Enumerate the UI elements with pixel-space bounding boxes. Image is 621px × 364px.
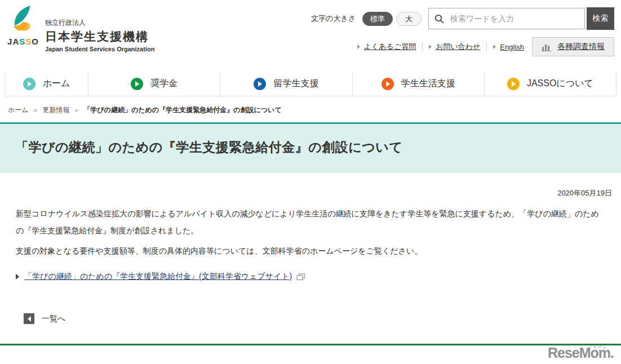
title-banner: 「学びの継続」のための『学生支援緊急給付金』の創設について xyxy=(0,122,621,173)
arrow-right-icon xyxy=(429,45,432,49)
main-nav: ホーム 奨学金 留学生支援 学生生活支援 JASSOについて xyxy=(5,72,616,96)
paragraph: 新型コロナウイルス感染症拡大の影響によるアルバイト収入の減少などにより学生生活の… xyxy=(16,205,605,239)
mext-external-link[interactable]: 「学びの継続」のための『学生支援緊急給付金』(文部科学省ウェブサイト) xyxy=(24,272,292,282)
play-circle-icon xyxy=(131,78,143,90)
back-button[interactable] xyxy=(24,313,34,324)
back-to-list-link[interactable]: 一覧へ xyxy=(42,314,65,324)
resemom-kana-label: リセマム xyxy=(588,344,607,350)
arrow-right-icon xyxy=(493,45,496,49)
org-name: 日本学生支援機構 xyxy=(45,29,154,45)
divider xyxy=(422,43,423,51)
back-link-row: 一覧へ xyxy=(24,313,605,324)
external-window-icon xyxy=(296,273,305,281)
publish-date: 2020年05月19日 xyxy=(0,173,621,202)
breadcrumb-separator: ＞ xyxy=(74,106,80,114)
arrow-right-icon xyxy=(16,274,19,279)
jasso-leaf-logo-icon xyxy=(10,5,36,36)
bar-chart-icon xyxy=(542,43,552,51)
english-link[interactable]: English xyxy=(493,43,524,51)
jasso-logo[interactable]: JASSO 独立行政法人 日本学生支援機構 Japan Student Serv… xyxy=(6,5,154,52)
breadcrumb-home[interactable]: ホーム xyxy=(8,105,29,115)
play-circle-icon xyxy=(382,78,394,90)
divider xyxy=(486,43,487,51)
org-name-english: Japan Student Services Organization xyxy=(45,46,154,52)
nav-item-student-life[interactable]: 学生生活支援 xyxy=(352,72,484,96)
nav-item-about-jasso[interactable]: JASSOについて xyxy=(484,72,616,96)
search-input[interactable] xyxy=(449,14,579,24)
page-title: 「学びの継続」のための『学生支援緊急給付金』の創設について xyxy=(15,139,606,156)
contact-link[interactable]: お問い合わせ xyxy=(429,42,480,52)
nav-item-home[interactable]: ホーム xyxy=(5,72,88,96)
breadcrumb-current-page: 「学びの継続」のための『学生支援緊急給付金』の創設について xyxy=(84,105,282,115)
survey-info-button[interactable]: 各種調査情報 xyxy=(532,37,614,56)
site-header: JASSO 独立行政法人 日本学生支援機構 Japan Student Serv… xyxy=(0,0,621,72)
search-button[interactable]: 検索 xyxy=(587,7,614,30)
breadcrumb-news[interactable]: 更新情報 xyxy=(43,105,70,115)
play-circle-icon xyxy=(254,78,266,90)
org-type-label: 独立行政法人 xyxy=(45,18,154,28)
footer-divider xyxy=(0,344,621,345)
nav-item-international-students[interactable]: 留学生支援 xyxy=(220,72,352,96)
paragraph: 支援の対象となる要件や支援額等、制度の具体的内容等については、文部科学省のホーム… xyxy=(16,242,605,259)
search-box[interactable] xyxy=(428,8,585,29)
text-size-label: 文字の大きさ xyxy=(311,14,356,24)
resemom-logo: リセマム ReseMom. xyxy=(548,344,614,361)
text-size-large-button[interactable]: 大 xyxy=(396,12,422,26)
text-size-standard-button[interactable]: 標準 xyxy=(362,12,393,26)
nav-item-scholarship[interactable]: 奨学金 xyxy=(88,72,220,96)
arrow-right-icon xyxy=(357,45,360,49)
external-link-row: 「学びの継続」のための『学生支援緊急給付金』(文部科学省ウェブサイト) xyxy=(16,272,605,282)
play-circle-icon xyxy=(23,78,36,90)
breadcrumb: ホーム ＞ 更新情報 ＞ 「学びの継続」のための『学生支援緊急給付金』の創設につ… xyxy=(0,96,621,122)
faq-link[interactable]: よくあるご質問 xyxy=(357,42,416,52)
arrow-left-icon xyxy=(28,316,31,322)
play-circle-icon xyxy=(507,78,520,90)
breadcrumb-separator: ＞ xyxy=(33,106,39,114)
search-icon xyxy=(434,14,444,24)
article-body: 新型コロナウイルス感染症拡大の影響によるアルバイト収入の減少などにより学生生活の… xyxy=(0,205,621,324)
jasso-wordmark: JASSO xyxy=(7,37,39,46)
